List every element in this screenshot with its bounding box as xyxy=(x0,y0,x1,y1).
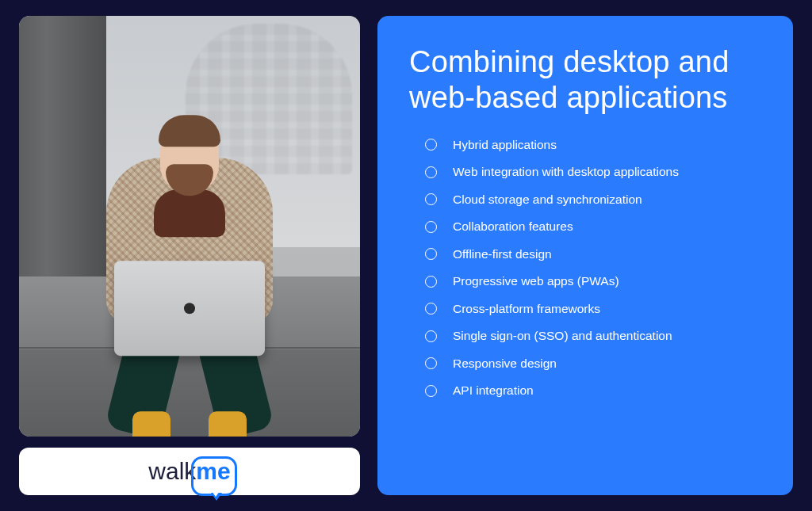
list-item: Cross-platform frameworks xyxy=(425,302,761,316)
bullet-icon xyxy=(425,276,437,288)
brand-card: walk me xyxy=(19,448,360,495)
content-panel: Combining desktop and web-based applicat… xyxy=(377,16,793,495)
bullet-icon xyxy=(425,139,437,151)
bullet-icon xyxy=(425,166,437,178)
list-item: Progressive web apps (PWAs) xyxy=(425,274,761,288)
photo-background xyxy=(19,16,360,437)
bullet-icon xyxy=(425,221,437,233)
left-column: walk me xyxy=(19,16,360,495)
logo-text-walk: walk xyxy=(148,458,196,485)
list-item-label: Collaboration features xyxy=(453,219,573,234)
list-item: Responsive design xyxy=(425,357,761,371)
list-item: Web integration with desktop application… xyxy=(425,165,761,179)
hero-photo xyxy=(19,16,360,437)
bullet-icon xyxy=(425,193,437,205)
list-item-label: Cross-platform frameworks xyxy=(453,302,600,316)
walkme-logo: walk me xyxy=(148,458,230,485)
feature-list: Hybrid applications Web integration with… xyxy=(409,138,761,399)
list-item-label: API integration xyxy=(453,383,534,398)
laptop-icon xyxy=(114,261,265,356)
list-item: API integration xyxy=(425,383,761,398)
list-item-label: Cloud storage and synchronization xyxy=(453,193,642,207)
list-item-label: Single sign-on (SSO) and authentication xyxy=(453,329,672,343)
bullet-icon xyxy=(425,330,437,342)
person-illustration xyxy=(86,158,293,437)
list-item-label: Hybrid applications xyxy=(453,138,557,152)
speech-bubble-icon xyxy=(191,456,236,496)
list-item-label: Offline-first design xyxy=(453,247,552,261)
list-item: Single sign-on (SSO) and authentication xyxy=(425,329,761,343)
bullet-icon xyxy=(425,303,437,315)
list-item: Cloud storage and synchronization xyxy=(425,193,761,207)
list-item-label: Responsive design xyxy=(453,357,557,371)
list-item: Hybrid applications xyxy=(425,138,761,152)
list-item: Collaboration features xyxy=(425,219,761,234)
bullet-icon xyxy=(425,357,437,369)
bullet-icon xyxy=(425,248,437,260)
list-item-label: Progressive web apps (PWAs) xyxy=(453,274,619,288)
bullet-icon xyxy=(425,385,437,397)
list-item-label: Web integration with desktop application… xyxy=(453,165,679,179)
headline: Combining desktop and web-based applicat… xyxy=(409,44,761,116)
list-item: Offline-first design xyxy=(425,247,761,261)
